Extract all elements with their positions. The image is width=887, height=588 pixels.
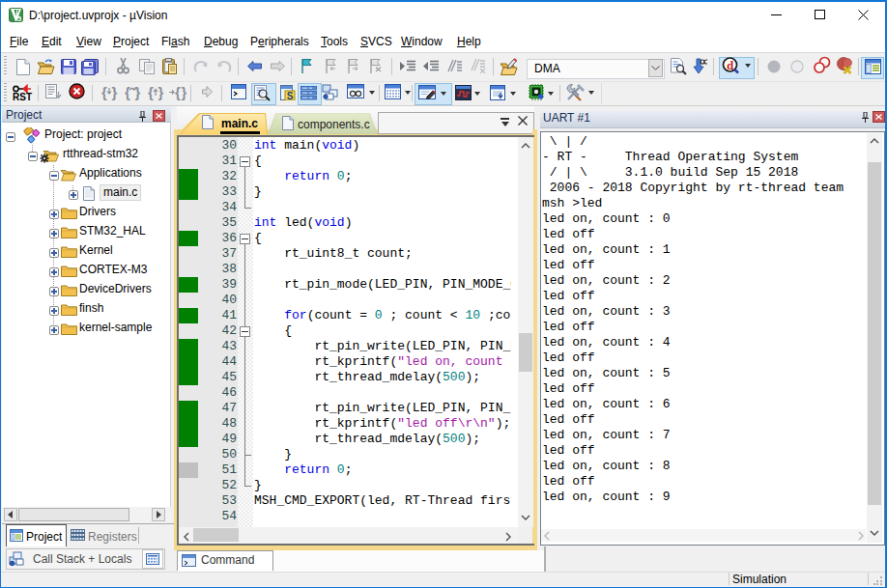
svg-text:d: d bbox=[727, 58, 734, 72]
svg-text:{: { bbox=[175, 84, 181, 100]
svg-text:}: } bbox=[158, 84, 164, 100]
svg-text:}: } bbox=[112, 84, 118, 100]
svg-text:}: } bbox=[135, 84, 141, 100]
svg-text:{: { bbox=[148, 84, 154, 100]
svg-text:{: { bbox=[125, 84, 130, 100]
svg-text:S: S bbox=[287, 91, 294, 101]
svg-text:}: } bbox=[182, 84, 187, 100]
svg-text:5: 5 bbox=[17, 14, 22, 22]
svg-text:{: { bbox=[101, 84, 107, 100]
